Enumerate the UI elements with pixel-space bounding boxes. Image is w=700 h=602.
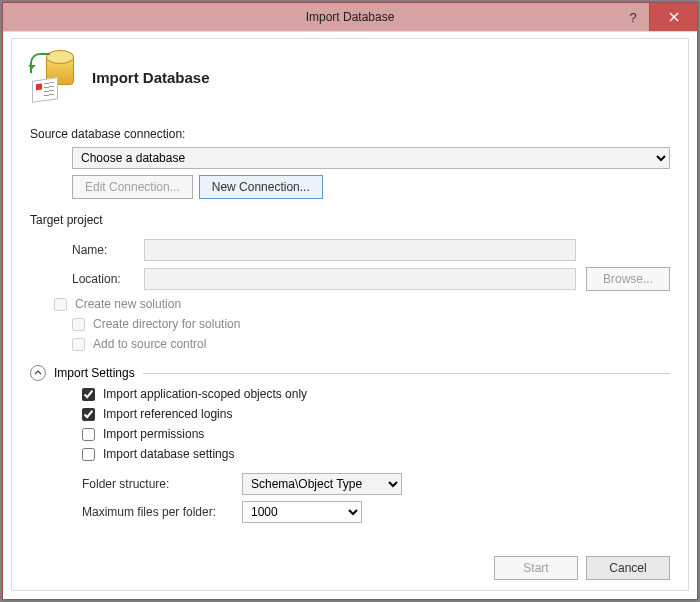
ref-logins-checkbox[interactable]: Import referenced logins	[82, 407, 670, 421]
folder-structure-row: Folder structure: Schema\Object Type	[82, 473, 670, 495]
import-settings-section: Import application-scoped objects only I…	[30, 381, 670, 523]
close-icon	[669, 12, 679, 22]
create-directory-input[interactable]	[72, 318, 85, 331]
permissions-input[interactable]	[82, 428, 95, 441]
db-settings-input[interactable]	[82, 448, 95, 461]
max-files-select[interactable]: 1000	[242, 501, 362, 523]
new-connection-button[interactable]: New Connection...	[199, 175, 323, 199]
cancel-button[interactable]: Cancel	[586, 556, 670, 580]
db-settings-checkbox[interactable]: Import database settings	[82, 447, 670, 461]
create-solution-checkbox[interactable]: Create new solution	[54, 297, 670, 311]
location-label: Location:	[72, 272, 134, 286]
location-field[interactable]	[144, 268, 576, 290]
ref-logins-input[interactable]	[82, 408, 95, 421]
client-area: Import Database Source database connecti…	[3, 31, 697, 599]
folder-structure-label: Folder structure:	[82, 477, 232, 491]
create-solution-input[interactable]	[54, 298, 67, 311]
create-solution-label: Create new solution	[75, 297, 181, 311]
target-section-label: Target project	[30, 213, 670, 227]
add-source-control-label: Add to source control	[93, 337, 206, 351]
name-label: Name:	[72, 243, 134, 257]
chevron-up-icon	[30, 365, 46, 381]
dialog-header: Import Database	[30, 53, 670, 101]
dialog-footer: Start Cancel	[30, 546, 670, 580]
ref-logins-label: Import referenced logins	[103, 407, 232, 421]
window-title: Import Database	[306, 10, 395, 24]
help-icon: ?	[629, 10, 636, 25]
create-directory-checkbox[interactable]: Create directory for solution	[72, 317, 670, 331]
add-source-control-input[interactable]	[72, 338, 85, 351]
app-scoped-input[interactable]	[82, 388, 95, 401]
import-settings-header[interactable]: Import Settings	[30, 365, 670, 381]
start-button[interactable]: Start	[494, 556, 578, 580]
import-settings-label: Import Settings	[54, 366, 135, 380]
dialog-body: Import Database Source database connecti…	[11, 38, 689, 591]
browse-button[interactable]: Browse...	[586, 267, 670, 291]
permissions-label: Import permissions	[103, 427, 204, 441]
db-settings-label: Import database settings	[103, 447, 234, 461]
help-button[interactable]: ?	[617, 3, 649, 31]
permissions-checkbox[interactable]: Import permissions	[82, 427, 670, 441]
source-section-label: Source database connection:	[30, 127, 670, 141]
divider	[143, 373, 670, 374]
database-select[interactable]: Choose a database	[72, 147, 670, 169]
app-scoped-checkbox[interactable]: Import application-scoped objects only	[82, 387, 670, 401]
max-files-row: Maximum files per folder: 1000	[82, 501, 670, 523]
max-files-label: Maximum files per folder:	[82, 505, 232, 519]
dialog-window: Import Database ? Import Database Source…	[2, 2, 698, 600]
folder-structure-select[interactable]: Schema\Object Type	[242, 473, 402, 495]
target-section: Name: Location: Browse... Create new sol…	[30, 233, 670, 351]
dialog-heading: Import Database	[92, 69, 210, 86]
window-controls: ?	[617, 3, 697, 31]
name-row: Name:	[72, 239, 670, 261]
app-scoped-label: Import application-scoped objects only	[103, 387, 307, 401]
location-row: Location: Browse...	[72, 267, 670, 291]
name-field[interactable]	[144, 239, 576, 261]
connection-buttons-row: Edit Connection... New Connection...	[72, 175, 670, 199]
create-directory-label: Create directory for solution	[93, 317, 240, 331]
add-source-control-checkbox[interactable]: Add to source control	[72, 337, 670, 351]
import-database-icon	[30, 53, 78, 101]
edit-connection-button[interactable]: Edit Connection...	[72, 175, 193, 199]
titlebar: Import Database ?	[3, 3, 697, 31]
source-section: Choose a database Edit Connection... New…	[30, 147, 670, 199]
close-button[interactable]	[649, 3, 697, 31]
